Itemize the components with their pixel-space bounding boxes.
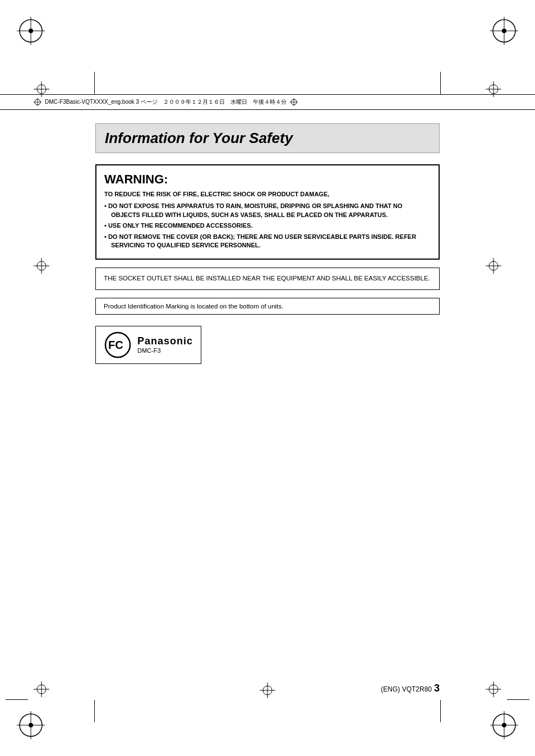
warning-intro: TO REDUCE THE RISK OF FIRE, ELECTRIC SHO…	[104, 190, 431, 199]
crop-mark-br-v	[440, 700, 441, 722]
brand-box: FC Panasonic DMC-F3	[95, 326, 201, 364]
header-reg-mark-right	[290, 98, 298, 106]
panasonic-brand-name: Panasonic	[137, 335, 193, 347]
warning-item-2: USE ONLY THE RECOMMENDED ACCESSORIES.	[104, 222, 431, 230]
product-id-text: Product Identification Marking is locate…	[104, 303, 283, 310]
crop-mark-bl-v	[94, 700, 95, 722]
model-number: DMC-F3	[137, 347, 193, 354]
crop-mark-tl-v	[94, 72, 95, 94]
warning-title: WARNING:	[104, 172, 431, 187]
page-title-box: Information for Your Safety	[95, 123, 440, 153]
warning-item-3: DO NOT REMOVE THE COVER (OR BACK); THERE…	[104, 233, 431, 250]
brand-text: Panasonic DMC-F3	[137, 335, 193, 354]
reg-mark-top-right-large	[490, 17, 518, 45]
reg-mark-mid-left	[34, 258, 49, 274]
socket-outlet-text: THE SOCKET OUTLET SHALL BE INSTALLED NEA…	[104, 275, 430, 282]
socket-outlet-box: THE SOCKET OUTLET SHALL BE INSTALLED NEA…	[95, 268, 440, 289]
page-number: 3	[434, 683, 440, 694]
crop-mark-tr-v	[440, 72, 441, 94]
page-prefix: (ENG) VQT2R80	[381, 685, 432, 693]
header-reg-mark-left	[34, 98, 41, 106]
header-bar: DMC-F3Basic-VQTXXXX_eng.book 3 ページ ２００９年…	[0, 94, 535, 110]
reg-mark-mid-right	[486, 258, 501, 274]
fcc-logo-icon: FC	[104, 331, 132, 359]
reg-mark-bot-center	[260, 683, 275, 698]
main-content: Information for Your Safety WARNING: TO …	[95, 123, 440, 655]
reg-mark-bot-right-small	[486, 681, 501, 697]
product-id-box: Product Identification Marking is locate…	[95, 298, 440, 315]
warning-items: DO NOT EXPOSE THIS APPARATUS TO RAIN, MO…	[104, 202, 431, 250]
crop-mark-br-h	[507, 699, 529, 700]
svg-text:FC: FC	[108, 339, 123, 351]
file-info-text: DMC-F3Basic-VQTXXXX_eng.book 3 ページ ２００９年…	[45, 98, 287, 106]
reg-mark-bot-left-large	[17, 711, 45, 739]
warning-item-1: DO NOT EXPOSE THIS APPARATUS TO RAIN, MO…	[104, 202, 431, 219]
warning-box: WARNING: TO REDUCE THE RISK OF FIRE, ELE…	[95, 164, 440, 260]
reg-mark-top-left-large	[17, 17, 45, 45]
crop-mark-bl-h	[6, 699, 28, 700]
reg-mark-bot-left-small	[34, 681, 49, 697]
page-number-area: (ENG) VQT2R80 3	[381, 683, 440, 694]
reg-mark-bot-right-large	[490, 711, 518, 739]
page-title: Information for Your Safety	[105, 130, 430, 147]
